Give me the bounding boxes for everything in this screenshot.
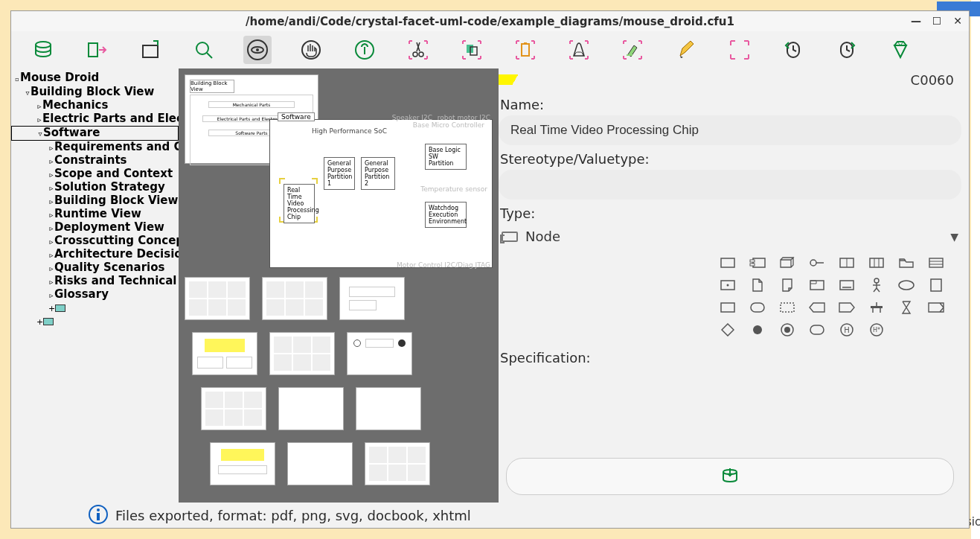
tree-item[interactable]: Crosscutting Concepts xyxy=(11,235,179,248)
tree-item-label: Building Block View xyxy=(54,194,178,207)
commit-button[interactable] xyxy=(506,458,954,495)
type-history-icon[interactable]: H xyxy=(835,320,859,339)
type-rect-icon[interactable] xyxy=(716,253,740,272)
child-thumb[interactable] xyxy=(185,277,250,320)
type-rounded-icon[interactable] xyxy=(746,298,769,317)
copy-icon[interactable] xyxy=(458,36,486,64)
tree-item[interactable]: Constraints xyxy=(11,154,179,168)
export-icon[interactable] xyxy=(83,36,111,64)
highlight-icon[interactable] xyxy=(618,36,647,64)
node-wde[interactable]: Watchdog Execution Environment xyxy=(425,202,467,228)
new-window-icon[interactable] xyxy=(136,36,164,64)
child-thumb[interactable] xyxy=(347,332,412,375)
type-rect2-icon[interactable] xyxy=(716,298,740,317)
search-icon[interactable] xyxy=(190,36,218,64)
type-node3d-icon[interactable] xyxy=(775,253,799,272)
tree-root[interactable]: Mouse Droid xyxy=(11,71,179,86)
node-gpp2[interactable]: General Purpose Partition 2 xyxy=(361,157,395,190)
child-thumb[interactable] xyxy=(269,332,335,375)
tree-item[interactable]: Quality Scenarios xyxy=(11,261,179,275)
type-fork-icon[interactable] xyxy=(865,298,888,317)
tree-item[interactable]: Mechanics xyxy=(11,99,179,112)
type-receive-icon[interactable] xyxy=(924,298,948,317)
cut-icon[interactable] xyxy=(404,36,432,64)
child-thumb[interactable] xyxy=(365,442,430,485)
tree-item-selected[interactable]: Software xyxy=(11,126,179,141)
tree-item[interactable]: Solution Strategy xyxy=(11,181,179,194)
type-diamond-icon[interactable] xyxy=(716,320,740,339)
tree-item[interactable]: Building Block View xyxy=(11,194,179,208)
svg-point-0 xyxy=(36,42,51,48)
type-rect-dot-icon[interactable] xyxy=(716,275,740,295)
delete-icon[interactable] xyxy=(565,36,593,64)
type-component-icon[interactable] xyxy=(746,253,769,272)
node-rtvpc[interactable]: Real Time Video Processing Chip xyxy=(284,184,315,223)
database-icon[interactable] xyxy=(29,36,57,64)
selection-handle[interactable] xyxy=(279,178,285,184)
tree-item[interactable]: Building Block View xyxy=(11,86,179,99)
hand-icon[interactable] xyxy=(297,36,325,64)
pencil-icon[interactable] xyxy=(672,36,700,64)
type-rounded2-icon[interactable] xyxy=(805,320,829,339)
type-table-icon[interactable] xyxy=(924,253,948,272)
tree-item[interactable]: Risks and Technical Debts xyxy=(11,275,179,288)
child-thumb[interactable] xyxy=(201,387,266,430)
undo-icon[interactable] xyxy=(779,36,807,64)
type-send-icon[interactable] xyxy=(835,298,859,317)
tree-navigator[interactable]: Mouse Droid Building Block View Mechanic… xyxy=(11,68,179,503)
type-split2-icon[interactable] xyxy=(835,253,859,272)
type-dropdown[interactable]: Node ▼ xyxy=(499,224,961,249)
node-blsw[interactable]: Base Logic SW Partition xyxy=(425,144,467,170)
type-frame-icon[interactable] xyxy=(805,275,829,295)
tree-item[interactable]: Electric Parts and Electronics xyxy=(11,112,179,126)
redo-icon[interactable] xyxy=(833,36,861,64)
type-historydeep-icon[interactable]: H* xyxy=(865,320,888,339)
type-actor-icon[interactable] xyxy=(865,275,888,295)
stereotype-input[interactable] xyxy=(499,170,961,200)
child-thumb[interactable] xyxy=(278,387,344,430)
maximize-button[interactable]: ☐ xyxy=(930,14,944,28)
type-final-icon[interactable] xyxy=(775,320,799,339)
titlebar[interactable]: /home/andi/Code/crystal-facet-uml-code/e… xyxy=(11,11,969,31)
minimize-button[interactable]: — xyxy=(909,14,923,28)
svg-rect-45 xyxy=(721,303,734,312)
type-interface-icon[interactable] xyxy=(805,253,829,272)
sprout-icon[interactable] xyxy=(350,36,379,64)
tree-new-item[interactable]: + xyxy=(11,302,179,315)
child-thumb[interactable] xyxy=(339,277,405,320)
type-dashed-rect-icon[interactable] xyxy=(775,298,799,317)
paste-icon[interactable] xyxy=(511,36,539,64)
type-page-icon[interactable] xyxy=(746,275,769,295)
current-diagram[interactable]: Software High Performance SoC Speaker I2… xyxy=(269,119,493,268)
child-thumb[interactable] xyxy=(192,332,257,375)
diagram-canvas[interactable]: Building Block View Mechanical Parts Ele… xyxy=(179,68,499,503)
tree-item[interactable]: Glossary xyxy=(11,288,179,302)
child-thumb[interactable] xyxy=(262,277,327,320)
tree-item[interactable]: Requirements and Goals xyxy=(11,141,179,154)
tree-item[interactable]: Deployment View xyxy=(11,221,179,235)
type-folder-icon[interactable] xyxy=(894,253,918,272)
type-accept-icon[interactable] xyxy=(805,298,829,317)
tree-item[interactable]: Scope and Context xyxy=(11,168,179,181)
tree-item[interactable]: Architecture Decisions xyxy=(11,248,179,261)
tree-new-item[interactable]: + xyxy=(11,315,179,328)
type-underline-icon[interactable] xyxy=(835,275,859,295)
child-thumb[interactable] xyxy=(287,442,353,485)
view-eye-icon[interactable] xyxy=(243,36,272,64)
node-gpp1[interactable]: General Purpose Partition 1 xyxy=(324,157,355,190)
type-split3-icon[interactable] xyxy=(865,253,888,272)
type-card-icon[interactable] xyxy=(924,275,948,295)
about-diamond-icon[interactable] xyxy=(886,36,915,64)
type-note-icon[interactable] xyxy=(775,275,799,295)
child-thumb[interactable] xyxy=(356,387,421,430)
name-input[interactable] xyxy=(499,115,961,145)
tree-item[interactable]: Runtime View xyxy=(11,208,179,221)
selection-reset-icon[interactable] xyxy=(726,36,754,64)
type-filled-circle-icon[interactable] xyxy=(746,320,769,339)
svg-point-34 xyxy=(727,284,729,287)
selection-handle[interactable] xyxy=(312,178,318,184)
type-ellipse-icon[interactable] xyxy=(894,275,918,295)
close-button[interactable]: ✕ xyxy=(951,14,964,28)
type-hourglass-icon[interactable] xyxy=(894,298,918,317)
child-thumb[interactable] xyxy=(210,442,275,485)
